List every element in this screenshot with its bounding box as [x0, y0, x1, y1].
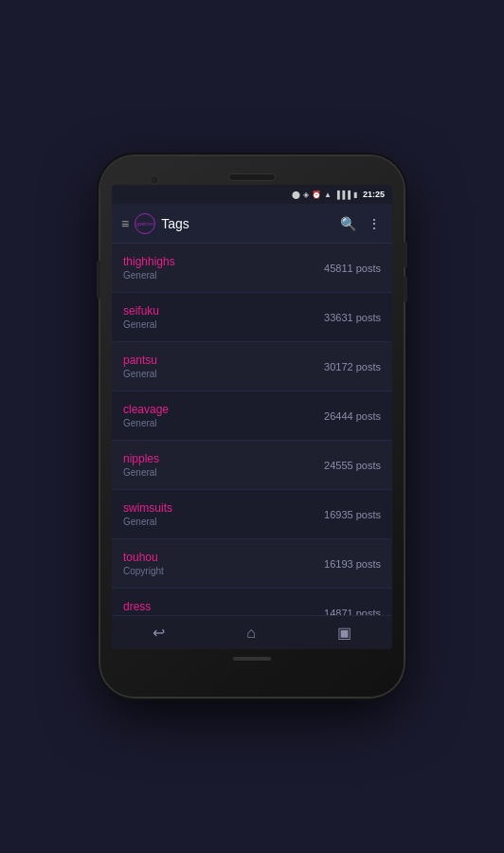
- search-icon[interactable]: 🔍: [338, 214, 358, 233]
- tag-count: 45811 posts: [324, 263, 381, 274]
- back-button[interactable]: ↩: [137, 620, 180, 645]
- tag-info: nipplesGeneral: [123, 452, 159, 478]
- tag-category: General: [123, 369, 157, 379]
- volume-up-button[interactable]: [404, 242, 407, 268]
- status-time: 21:25: [363, 190, 385, 199]
- phone-screen: ⬤ ◈ ⏰ ▲ ▐▐▐ ▮ 21:25 ≡ gelcon Tags 🔍 ⋮ th…: [112, 185, 392, 649]
- bottom-nav: ↩ ⌂ ▣: [112, 615, 392, 649]
- alarm-icon: ⏰: [312, 191, 321, 199]
- tag-name: seifuku: [123, 304, 159, 318]
- volume-down-button[interactable]: [404, 276, 407, 302]
- list-item[interactable]: nipplesGeneral24555 posts: [112, 441, 392, 490]
- recents-button[interactable]: ▣: [322, 620, 367, 645]
- speaker: [228, 173, 276, 181]
- tag-count: 16193 posts: [324, 558, 381, 570]
- app-logo-text: gelcon: [136, 221, 153, 227]
- tag-count: 33631 posts: [324, 312, 381, 323]
- tag-name: dress: [123, 600, 157, 613]
- list-item[interactable]: dressGeneral14871 posts: [112, 589, 392, 615]
- bluetooth-icon: ⬤: [292, 191, 300, 199]
- tag-info: pantsuGeneral: [123, 354, 157, 379]
- tag-list: thighhighsGeneral45811 postsseifukuGener…: [112, 244, 392, 615]
- tag-info: seifukuGeneral: [123, 304, 159, 330]
- list-item[interactable]: pantsuGeneral30172 posts: [112, 342, 392, 391]
- tag-name: cleavage: [123, 403, 169, 416]
- list-item[interactable]: seifukuGeneral33631 posts: [112, 293, 392, 342]
- tag-info: touhouCopyright: [123, 551, 164, 576]
- list-item[interactable]: thighhighsGeneral45811 posts: [112, 244, 392, 293]
- app-logo: gelcon: [135, 213, 155, 234]
- tag-count: 30172 posts: [324, 361, 381, 372]
- status-icons: ⬤ ◈ ⏰ ▲ ▐▐▐ ▮: [292, 191, 357, 199]
- tag-info: dressGeneral: [123, 600, 157, 615]
- tag-info: swimsuitsGeneral: [123, 501, 172, 527]
- app-bar-actions: 🔍 ⋮: [338, 214, 383, 233]
- camera: [150, 175, 159, 185]
- tag-count: 26444 posts: [324, 410, 381, 422]
- list-item[interactable]: swimsuitsGeneral16935 posts: [112, 490, 392, 539]
- wifi-icon: ▲: [324, 191, 332, 199]
- tag-name: swimsuits: [123, 501, 172, 515]
- battery-icon: ▮: [353, 191, 357, 199]
- app-bar: ≡ gelcon Tags 🔍 ⋮: [112, 204, 392, 244]
- tag-category: General: [123, 418, 169, 428]
- list-item[interactable]: cleavageGeneral26444 posts: [112, 391, 392, 441]
- tag-category: General: [123, 517, 172, 527]
- more-options-icon[interactable]: ⋮: [366, 214, 383, 233]
- tag-category: General: [123, 319, 159, 330]
- tag-name: touhou: [123, 551, 164, 564]
- tag-name: nipples: [123, 452, 159, 465]
- tag-count: 24555 posts: [324, 460, 381, 471]
- tag-count: 14871 posts: [324, 608, 381, 616]
- page-title: Tags: [161, 216, 338, 231]
- tag-info: thighhighsGeneral: [123, 255, 175, 281]
- status-bar: ⬤ ◈ ⏰ ▲ ▐▐▐ ▮ 21:25: [112, 185, 392, 204]
- power-button[interactable]: [97, 261, 100, 299]
- signal-icon: ▐▐▐: [334, 191, 351, 199]
- tag-category: General: [123, 270, 175, 281]
- tag-count: 16935 posts: [324, 509, 381, 520]
- phone-bottom-bar: [112, 649, 392, 664]
- phone-top-bar: [112, 168, 392, 185]
- tag-name: thighhighs: [123, 255, 175, 268]
- home-indicator: [233, 657, 271, 661]
- tag-name: pantsu: [123, 354, 157, 367]
- tag-info: cleavageGeneral: [123, 403, 169, 428]
- menu-icon[interactable]: ≡: [121, 216, 129, 231]
- list-item[interactable]: touhouCopyright16193 posts: [112, 539, 392, 589]
- home-button[interactable]: ⌂: [231, 621, 271, 645]
- tag-category: General: [123, 467, 159, 478]
- drop-icon: ◈: [303, 191, 309, 199]
- tag-category: Copyright: [123, 566, 164, 576]
